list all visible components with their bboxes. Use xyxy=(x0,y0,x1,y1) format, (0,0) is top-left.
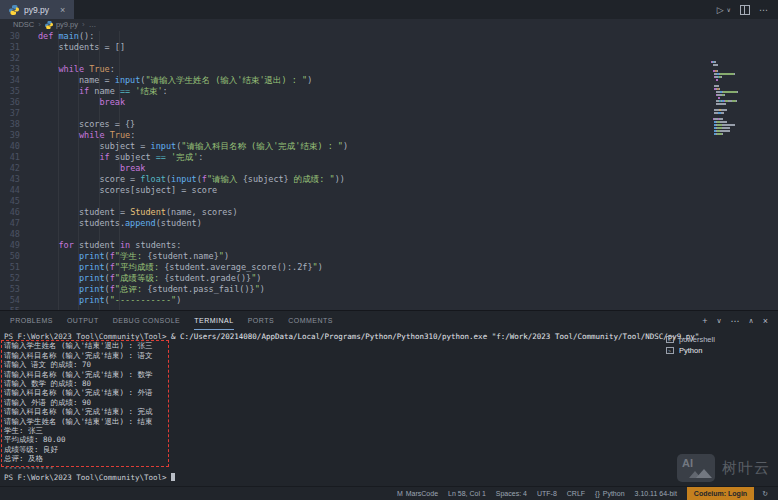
watermark-image-icon: AI xyxy=(677,454,715,482)
tab-py9[interactable]: py9.py × xyxy=(0,0,74,19)
terminal-program-output: 请输入学生姓名 (输入'结束'退出) : 张三请输入科目名称 (输入'完成'结束… xyxy=(4,341,648,463)
terminal-output-line: 请输入学生姓名 (输入'结束'退出) : 结束 xyxy=(4,417,648,426)
terminal-dropdown-icon[interactable]: ∨ xyxy=(716,317,721,325)
panel-tab-debug-console[interactable]: DEBUG CONSOLE xyxy=(113,311,181,330)
status-item-crlf[interactable]: CRLF xyxy=(567,490,585,497)
terminal-cursor xyxy=(171,473,175,481)
breadcrumb-item[interactable]: NDSC xyxy=(13,20,34,29)
code-line: scores = {} xyxy=(38,119,736,130)
run-dropdown-icon[interactable]: ∨ xyxy=(727,6,731,13)
line-number: 49 xyxy=(0,240,20,251)
code-line: break xyxy=(38,97,736,108)
panel-header: PROBLEMSOUTPUTDEBUG CONSOLETERMINALPORTS… xyxy=(0,311,778,330)
line-number: 50 xyxy=(0,251,20,262)
status-item-utf-8[interactable]: UTF-8 xyxy=(537,490,557,497)
code-line xyxy=(38,229,736,240)
watermark-mountain-icon xyxy=(696,469,712,478)
watermark-ai-text: AI xyxy=(682,457,693,469)
watermark: AI 树叶云 xyxy=(677,454,770,482)
line-number: 38 xyxy=(0,119,20,130)
terminal-list-item-python[interactable]: >Python xyxy=(656,345,778,356)
status-item-codeium-login[interactable]: Codeium: Login xyxy=(687,487,754,500)
code-line: student = Student(name, scores) xyxy=(38,207,736,218)
terminal-command-text: & C:/Users/20214080/AppData/Local/Progra… xyxy=(171,332,699,341)
status-item-label: Codeium: Login xyxy=(694,487,747,500)
terminal-output-line: 成绩等级: 良好 xyxy=(4,445,648,454)
status-item-ln-58-col-1[interactable]: Ln 58, Col 1 xyxy=(448,490,486,497)
breadcrumb-item-label: … xyxy=(89,20,97,29)
line-number: 54 xyxy=(0,295,20,306)
terminal[interactable]: PS F:\Work\2023 Tool\Community\Tool> & C… xyxy=(4,332,648,482)
editor-tab-bar: py9.py × ▷ ∨ ⋯ xyxy=(0,0,778,19)
status-item-label: MarsCode xyxy=(406,490,438,497)
sync-icon: ↻ xyxy=(762,490,768,498)
status-item-spaces-4[interactable]: Spaces: 4 xyxy=(496,490,527,497)
line-number: 37 xyxy=(0,108,20,119)
code-line: print(f"平均成绩: {student.average_score():.… xyxy=(38,262,736,273)
line-number: 44 xyxy=(0,185,20,196)
panel-tab-terminal[interactable]: TERMINAL xyxy=(194,311,233,330)
line-number: 33 xyxy=(0,64,20,75)
line-number: 52 xyxy=(0,273,20,284)
terminal-output-line: 请输入科目名称 (输入'完成'结束) : 外语 xyxy=(4,388,648,397)
panel-tab-comments[interactable]: COMMENTS xyxy=(288,311,333,330)
line-number: 51 xyxy=(0,262,20,273)
status-item-label: Python xyxy=(603,490,625,497)
status-item-python[interactable]: {}Python xyxy=(595,490,624,497)
tab-close-icon[interactable]: × xyxy=(60,5,65,15)
vscode-window: py9.py × ▷ ∨ ⋯ NDSC›py9.py›… 30313233343… xyxy=(0,0,778,500)
code-line: def main(): xyxy=(38,31,736,42)
breadcrumb-item[interactable]: … xyxy=(89,20,97,29)
terminal-output-line: 平均成绩: 80.00 xyxy=(4,435,648,444)
code-editor[interactable]: 3031323334353637383940414243444546474849… xyxy=(0,30,778,310)
tab-title: py9.py xyxy=(24,5,49,15)
line-number: 30 xyxy=(0,31,20,42)
line-number: 32 xyxy=(0,53,20,64)
line-number: 31 xyxy=(0,42,20,53)
line-number: 42 xyxy=(0,163,20,174)
code-line xyxy=(38,196,736,207)
code-line: students = [] xyxy=(38,42,736,53)
code-line: print("-----------") xyxy=(38,295,736,306)
status-item-sync[interactable]: ↻ xyxy=(762,490,768,498)
terminal-output-line: 学生: 张三 xyxy=(4,426,648,435)
code-line: if name == '结束': xyxy=(38,86,736,97)
python-icon-small xyxy=(45,21,53,29)
panel-actions: + ∨ ⋯ ∧ × xyxy=(702,316,768,326)
code-line xyxy=(38,108,736,119)
status-item-label: Ln 58, Col 1 xyxy=(448,490,486,497)
terminal-list-item-powershell[interactable]: >powershell xyxy=(656,334,778,345)
breadcrumb-item-label: py9.py xyxy=(56,20,78,29)
code-line: students.append(student) xyxy=(38,218,736,229)
split-editor-icon[interactable] xyxy=(740,5,750,15)
code-line: for student in students: xyxy=(38,240,736,251)
marscode-icon: M xyxy=(397,490,403,497)
breadcrumb-item[interactable]: py9.py xyxy=(45,20,78,29)
status-item-3-10-11-64-bit[interactable]: 3.10.11 64-bit xyxy=(635,490,677,497)
line-number: 41 xyxy=(0,152,20,163)
terminal-list: >powershell>Python xyxy=(656,334,778,356)
panel-tab-ports[interactable]: PORTS xyxy=(248,311,275,330)
line-number: 35 xyxy=(0,86,20,97)
terminal-icon: > xyxy=(666,347,674,354)
status-item-label: 3.10.11 64-bit xyxy=(635,490,677,497)
braces-icon: {} xyxy=(595,490,600,497)
panel-more-icon[interactable]: ⋯ xyxy=(731,316,740,326)
more-actions-icon[interactable]: ⋯ xyxy=(759,5,768,15)
run-icon[interactable]: ▷ xyxy=(717,5,724,15)
status-item-label: UTF-8 xyxy=(537,490,557,497)
line-number: 45 xyxy=(0,196,20,207)
watermark-label: 树叶云 xyxy=(722,459,770,478)
line-number: 47 xyxy=(0,218,20,229)
bottom-panel: PROBLEMSOUTPUTDEBUG CONSOLETERMINALPORTS… xyxy=(0,310,778,488)
panel-tab-output[interactable]: OUTPUT xyxy=(67,311,99,330)
code-line: while True: xyxy=(38,130,736,141)
terminal-output-line: 请输入 数学 的成绩: 80 xyxy=(4,379,648,388)
panel-tab-problems[interactable]: PROBLEMS xyxy=(10,311,53,330)
new-terminal-icon[interactable]: + xyxy=(702,316,707,326)
panel-close-icon[interactable]: × xyxy=(763,316,768,326)
status-item-marscode[interactable]: MMarsCode xyxy=(397,490,438,497)
line-number: 40 xyxy=(0,141,20,152)
status-item-label: CRLF xyxy=(567,490,585,497)
panel-maximize-icon[interactable]: ∧ xyxy=(749,317,754,325)
